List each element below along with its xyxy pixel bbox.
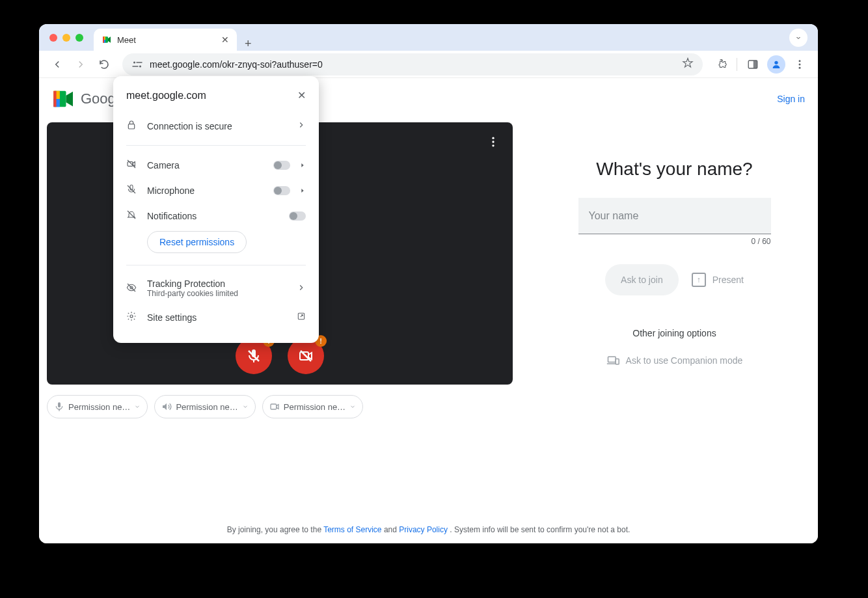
footer: By joining, you agree to the Terms of Se… (39, 525, 818, 534)
menu-button[interactable] (789, 54, 810, 75)
chevron-right-icon (297, 283, 306, 294)
mic-icon (54, 401, 64, 412)
camera-icon (269, 401, 280, 412)
camera-toggle[interactable] (273, 161, 290, 170)
mic-chip[interactable]: Permission ne… (47, 395, 148, 418)
mic-off-icon (246, 348, 262, 364)
svg-point-37 (130, 315, 133, 318)
tracking-protection-row[interactable]: Tracking Protection Third-party cookies … (126, 272, 306, 305)
present-button[interactable]: ↑ Present (692, 273, 744, 287)
tos-link[interactable]: Terms of Service (323, 525, 381, 534)
bookmark-icon[interactable] (682, 57, 694, 71)
window-maximize[interactable] (75, 34, 83, 42)
svg-point-12 (799, 63, 801, 65)
window-minimize[interactable] (62, 34, 70, 42)
other-options-heading: Other joining options (632, 328, 716, 338)
microphone-permission-row: Microphone (126, 178, 306, 203)
companion-icon (606, 354, 619, 367)
footer-suffix: . System info will be sent to confirm yo… (450, 525, 630, 534)
tabs-dropdown-button[interactable] (789, 29, 807, 47)
bell-off-icon (126, 210, 138, 222)
caret-right-icon[interactable] (299, 185, 306, 196)
preview-more-button[interactable] (487, 135, 500, 151)
svg-point-6 (139, 65, 141, 67)
privacy-link[interactable]: Privacy Policy (399, 525, 448, 534)
svg-point-19 (492, 141, 494, 143)
svg-rect-26 (271, 404, 277, 409)
tab-strip: Meet ✕ + (94, 24, 252, 51)
chevron-down-icon (349, 403, 356, 410)
reset-permissions-button[interactable]: Reset permissions (147, 231, 247, 253)
speaker-chip-label: Permission ne… (176, 402, 237, 412)
camera-off-icon (126, 159, 138, 171)
chevron-right-icon (297, 120, 306, 131)
site-settings-label: Site settings (147, 312, 288, 323)
popup-close-icon[interactable]: ✕ (297, 89, 306, 102)
camera-off-icon (298, 348, 314, 364)
svg-rect-29 (616, 359, 619, 364)
side-panel-button[interactable] (742, 54, 763, 75)
mic-off-icon (126, 184, 138, 197)
present-label: Present (712, 275, 744, 285)
companion-mode-button[interactable]: Ask to use Companion mode (606, 354, 743, 367)
back-button[interactable] (47, 54, 68, 75)
titlebar: Meet ✕ + (39, 24, 818, 51)
name-input[interactable] (578, 198, 771, 234)
microphone-label: Microphone (147, 185, 264, 196)
svg-point-20 (492, 144, 494, 146)
svg-point-18 (492, 137, 494, 139)
tracking-sublabel: Third-party cookies limited (147, 289, 288, 298)
device-chips: Permission ne… Permission ne… Permission… (47, 395, 513, 418)
speaker-icon (161, 401, 172, 412)
svg-rect-17 (53, 91, 56, 107)
preview-controls: ! ! (236, 338, 324, 374)
new-tab-button[interactable]: + (245, 37, 252, 51)
browser-toolbar: meet.google.com/okr-znyq-soi?authuser=0 (39, 51, 818, 78)
tracking-label: Tracking Protection (147, 279, 288, 289)
site-info-popup: meet.google.com ✕ Connection is secure C… (113, 76, 319, 343)
microphone-toggle[interactable] (273, 186, 290, 195)
svg-point-10 (774, 61, 778, 64)
svg-rect-3 (103, 36, 104, 42)
camera-toggle-button[interactable]: ! (288, 338, 324, 374)
caret-right-icon[interactable] (299, 160, 306, 170)
camera-chip[interactable]: Permission ne… (262, 395, 363, 418)
present-icon: ↑ (692, 273, 706, 287)
name-heading: What's your name? (596, 159, 752, 180)
svg-point-11 (799, 60, 801, 62)
camera-label: Camera (147, 160, 264, 170)
notifications-label: Notifications (147, 211, 280, 221)
popup-divider (126, 145, 306, 146)
site-settings-row[interactable]: Site settings (126, 305, 306, 330)
footer-and: and (384, 525, 399, 534)
tab-title: Meet (117, 35, 136, 45)
speaker-chip[interactable]: Permission ne… (154, 395, 255, 418)
extensions-button[interactable] (711, 54, 731, 75)
popup-header: meet.google.com ✕ (126, 89, 306, 102)
join-buttons: Ask to join ↑ Present (605, 264, 744, 295)
svg-rect-30 (128, 124, 134, 129)
meet-logo-icon (52, 90, 75, 108)
camera-chip-label: Permission ne… (284, 402, 346, 412)
mic-toggle-button[interactable]: ! (236, 338, 272, 374)
profile-button[interactable] (766, 54, 787, 75)
reload-button[interactable] (94, 54, 115, 75)
ask-to-join-button[interactable]: Ask to join (605, 264, 679, 295)
notifications-toggle[interactable] (289, 211, 306, 221)
forward-button[interactable] (70, 54, 91, 75)
external-link-icon (297, 312, 306, 323)
url-text: meet.google.com/okr-znyq-soi?authuser=0 (150, 59, 323, 70)
tab-close-icon[interactable]: ✕ (221, 34, 229, 45)
chevron-down-icon (794, 34, 802, 42)
name-input-wrap: 0 / 60 (578, 198, 771, 246)
popup-divider (126, 265, 306, 265)
svg-rect-9 (753, 61, 757, 68)
window-close[interactable] (49, 34, 57, 42)
svg-point-4 (133, 61, 135, 63)
address-bar[interactable]: meet.google.com/okr-znyq-soi?authuser=0 (122, 53, 703, 75)
browser-tab-meet[interactable]: Meet ✕ (94, 29, 237, 51)
site-settings-icon[interactable] (131, 60, 143, 69)
connection-secure-row[interactable]: Connection is secure (126, 113, 306, 139)
notifications-permission-row: Notifications (126, 203, 306, 228)
signin-link[interactable]: Sign in (777, 94, 805, 104)
